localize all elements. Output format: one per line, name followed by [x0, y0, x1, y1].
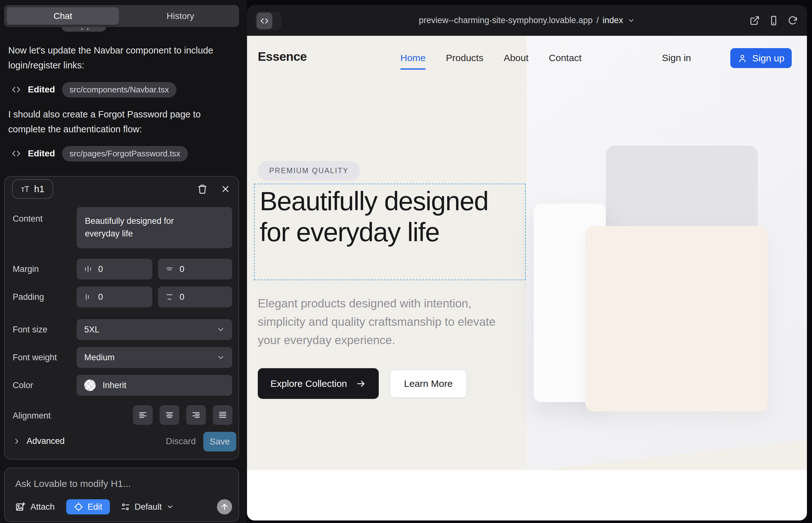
default-label: Default — [135, 502, 162, 512]
margin-horizontal-value: 0 — [98, 264, 103, 274]
color-swatch-checker — [84, 380, 96, 391]
font-weight-select[interactable]: Medium — [77, 347, 232, 368]
chevron-down-icon — [216, 325, 225, 334]
url-domain: preview--charming-site-symphony.lovable.… — [419, 16, 593, 25]
align-left-button[interactable] — [133, 405, 153, 425]
color-select[interactable]: Inherit — [77, 375, 232, 396]
learn-more-button[interactable]: Learn More — [390, 369, 467, 398]
chat-message: I should also create a Forgot Password p… — [8, 107, 227, 137]
tab-history[interactable]: History — [124, 7, 236, 25]
element-selection-outline[interactable]: Beautifully designed for everyday life — [254, 184, 526, 280]
advanced-toggle[interactable]: Advanced — [13, 436, 65, 446]
element-tag-label: h1 — [34, 184, 44, 194]
hero-description: Elegant products designed with intention… — [258, 294, 514, 349]
align-center-button[interactable] — [160, 405, 179, 425]
trash-icon — [197, 184, 208, 194]
site-logo[interactable]: Essence — [258, 50, 307, 64]
padding-vertical-value: 0 — [180, 292, 184, 302]
tab-chat[interactable]: Chat — [7, 7, 119, 25]
hero-cta-row: Explore Collection Learn More — [258, 368, 467, 399]
edited-file-badge[interactable]: src/pages/ForgotPassword.tsx — [62, 146, 188, 161]
explore-collection-label: Explore Collection — [270, 378, 347, 389]
nav-link-products[interactable]: Products — [446, 45, 483, 71]
align-justify-button[interactable] — [213, 405, 232, 425]
chat-history-tabs: Chat History — [4, 5, 239, 27]
smartphone-icon — [769, 16, 779, 26]
margin-horizontal-icon — [84, 265, 92, 273]
edit-label: Edit — [88, 502, 103, 512]
external-link-icon — [749, 16, 760, 26]
code-icon — [12, 149, 21, 158]
refresh-button[interactable] — [787, 15, 798, 26]
send-button[interactable] — [217, 499, 232, 515]
font-size-select[interactable]: 5XL — [77, 319, 232, 340]
refresh-icon — [788, 16, 798, 26]
chat-composer: Ask Lovable to modify H1... Attach Edit … — [4, 468, 239, 522]
attach-button[interactable]: Attach — [15, 502, 55, 512]
content-textarea[interactable]: Beautifully designed for everyday life — [77, 207, 232, 248]
typography-icon: тT — [21, 184, 29, 194]
content-value: Beautifully designed for everyday life — [85, 215, 205, 240]
margin-vertical-value: 0 — [180, 264, 184, 274]
nav-link-contact[interactable]: Contact — [549, 45, 581, 71]
nav-link-home[interactable]: Home — [400, 45, 426, 71]
align-justify-icon — [218, 410, 227, 420]
advanced-label: Advanced — [27, 436, 65, 446]
delete-element-button[interactable] — [196, 183, 208, 195]
image-plus-icon — [15, 502, 25, 512]
padding-label: Padding — [13, 292, 44, 302]
padding-vertical-input[interactable]: 0 — [158, 287, 232, 307]
content-label: Content — [13, 214, 43, 224]
close-icon — [220, 184, 231, 194]
font-size-value: 5XL — [84, 325, 100, 335]
edit-mode-button[interactable]: Edit — [66, 499, 110, 515]
chevron-down-icon — [166, 503, 174, 511]
edited-file-row: Edited src/pages/ForgotPassword.tsx — [12, 146, 188, 161]
nav-link-about[interactable]: About — [504, 45, 528, 71]
edited-label: Edited — [28, 85, 55, 95]
preview-url[interactable]: preview--charming-site-symphony.lovable.… — [247, 5, 807, 36]
explore-collection-button[interactable]: Explore Collection — [258, 368, 379, 399]
open-external-button[interactable] — [749, 15, 760, 26]
discard-button[interactable]: Discard — [163, 436, 198, 446]
chat-message: Now let's update the Navbar component to… — [8, 43, 227, 73]
composer-input[interactable]: Ask Lovable to modify H1... — [15, 479, 131, 489]
font-weight-label: Font weight — [13, 353, 57, 362]
padding-horizontal-input[interactable]: 0 — [77, 287, 152, 307]
chevron-down-icon — [216, 353, 225, 362]
composer-toolbar: Attach Edit Default — [15, 499, 232, 515]
model-default-selector[interactable]: Default — [121, 502, 174, 512]
url-page: index — [603, 16, 623, 25]
arrow-up-icon — [220, 502, 229, 511]
save-button[interactable]: Save — [203, 432, 236, 451]
sliders-icon — [121, 502, 130, 511]
edited-file-row: Edited src/components/Navbar.tsx — [12, 82, 176, 97]
edited-label: Edited — [28, 148, 55, 159]
selected-element-tag[interactable]: тT h1 — [12, 179, 53, 199]
sign-up-button[interactable]: Sign up — [730, 48, 792, 68]
learn-more-label: Learn More — [404, 378, 453, 389]
site-viewport: Essence Home Products About Contact Sign… — [247, 36, 807, 521]
align-right-button[interactable] — [186, 405, 206, 425]
decor-card-cream — [585, 226, 768, 412]
margin-vertical-input[interactable]: 0 — [158, 259, 232, 279]
margin-vertical-icon — [165, 265, 174, 273]
sign-up-label: Sign up — [752, 53, 784, 64]
mobile-view-button[interactable] — [768, 15, 779, 26]
font-size-label: Font size — [13, 325, 48, 335]
edited-file-badge[interactable]: src/components/Navbar.tsx — [62, 82, 177, 97]
preview-browser-window: preview--charming-site-symphony.lovable.… — [247, 5, 807, 521]
font-weight-value: Medium — [84, 353, 114, 362]
padding-vertical-icon — [165, 292, 174, 301]
target-icon — [74, 502, 83, 511]
chevron-down-icon — [628, 17, 635, 24]
element-editor-panel: тT h1 Content Beautifully designed for e… — [4, 176, 239, 460]
color-value: Inherit — [103, 381, 126, 390]
align-center-icon — [165, 410, 174, 420]
sign-in-link[interactable]: Sign in — [662, 36, 691, 80]
browser-bar-actions — [749, 5, 798, 36]
close-editor-button[interactable] — [219, 183, 231, 195]
site-nav-links: Home Products About Contact — [400, 36, 581, 80]
margin-horizontal-input[interactable]: 0 — [77, 259, 152, 279]
hero-headline[interactable]: Beautifully designed for everyday life — [260, 185, 494, 248]
